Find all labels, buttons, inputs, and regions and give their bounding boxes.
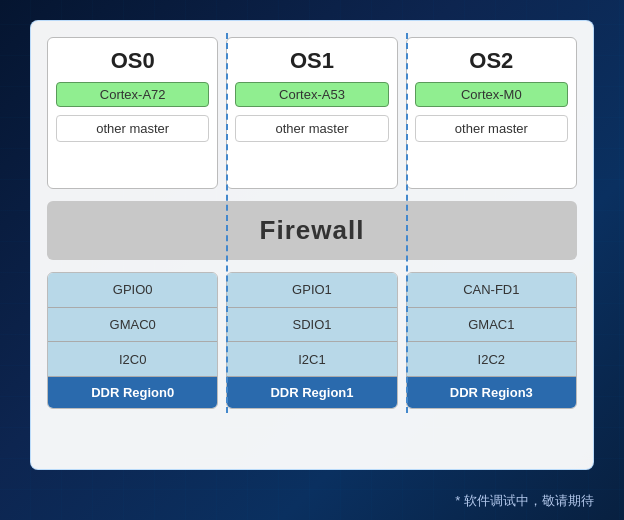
- peripheral-group-2: CAN-FD1 GMAC1 I2C2 DDR Region3: [406, 272, 577, 409]
- peripheral-item-canfd1: CAN-FD1: [407, 273, 576, 308]
- status-text: * 软件调试中，敬请期待: [455, 493, 594, 508]
- ddr-region-1: DDR Region1: [227, 377, 396, 408]
- peripheral-section: GPIO0 GMAC0 I2C0 DDR Region0 GPIO1 SDIO1…: [43, 268, 581, 413]
- os0-other-master: other master: [56, 115, 209, 142]
- os0-box: OS0 Cortex-A72 other master: [47, 37, 218, 189]
- peripheral-item-i2c1: I2C1: [227, 342, 396, 377]
- peripheral-item-i2c0: I2C0: [48, 342, 217, 377]
- peripheral-item-gpio1: GPIO1: [227, 273, 396, 308]
- peripheral-item-sdio1: SDIO1: [227, 308, 396, 343]
- ddr-region-3: DDR Region3: [407, 377, 576, 408]
- peripheral-item-gmac1: GMAC1: [407, 308, 576, 343]
- peripheral-group-1: GPIO1 SDIO1 I2C1 DDR Region1: [226, 272, 397, 409]
- os0-cortex: Cortex-A72: [56, 82, 209, 107]
- peripheral-group-0: GPIO0 GMAC0 I2C0 DDR Region0: [47, 272, 218, 409]
- ddr-region-0: DDR Region0: [48, 377, 217, 408]
- os1-title: OS1: [290, 48, 334, 74]
- os-section: OS0 Cortex-A72 other master OS1 Cortex-A…: [43, 33, 581, 193]
- os2-cortex: Cortex-M0: [415, 82, 568, 107]
- content-wrapper: OS0 Cortex-A72 other master OS1 Cortex-A…: [43, 33, 581, 413]
- vertical-divider-1: [226, 33, 228, 413]
- status-bar: * 软件调试中，敬请期待: [455, 492, 594, 510]
- os1-other-master: other master: [235, 115, 388, 142]
- os0-title: OS0: [111, 48, 155, 74]
- firewall-section: Firewall: [47, 201, 577, 260]
- os2-other-master: other master: [415, 115, 568, 142]
- vertical-divider-2: [406, 33, 408, 413]
- peripheral-item-gpio0: GPIO0: [48, 273, 217, 308]
- os2-box: OS2 Cortex-M0 other master: [406, 37, 577, 189]
- os2-title: OS2: [469, 48, 513, 74]
- peripheral-item-i2c2: I2C2: [407, 342, 576, 377]
- firewall-title: Firewall: [260, 215, 365, 245]
- os1-cortex: Cortex-A53: [235, 82, 388, 107]
- peripheral-item-gmac0: GMAC0: [48, 308, 217, 343]
- main-diagram: OS0 Cortex-A72 other master OS1 Cortex-A…: [30, 20, 594, 470]
- os1-box: OS1 Cortex-A53 other master: [226, 37, 397, 189]
